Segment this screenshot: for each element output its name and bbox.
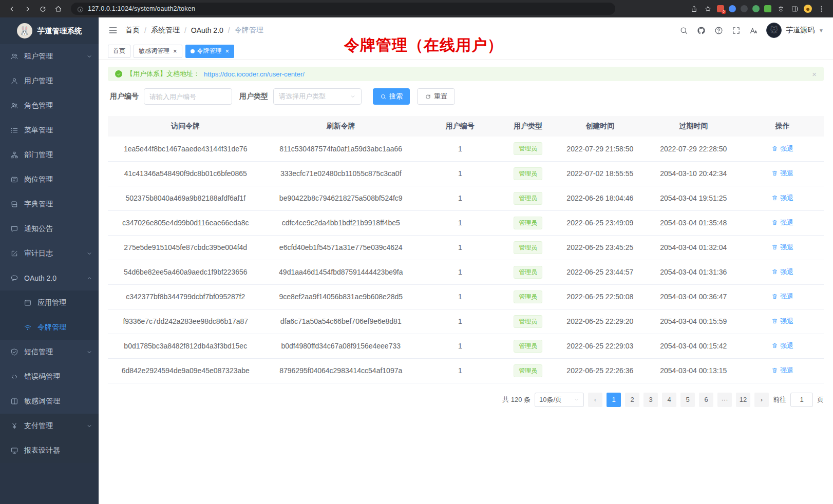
sidebar-item[interactable]: 租户管理 — [0, 44, 99, 69]
sidebar-item[interactable]: 审计日志 — [0, 241, 99, 266]
user-type-cell: 管理员 — [502, 358, 555, 383]
sidebar-item[interactable]: 菜单管理 — [0, 118, 99, 143]
force-logout-button[interactable]: 强退 — [771, 193, 793, 203]
sidebar-item[interactable]: 令牌管理 — [0, 315, 99, 340]
user-id-cell: 1 — [419, 284, 502, 309]
home-icon[interactable] — [51, 2, 65, 15]
expires-cell: 2054-03-04 01:32:04 — [646, 235, 742, 260]
force-logout-button[interactable]: 强退 — [771, 292, 793, 301]
header-tools: 🐭 芋道源码 ▼ — [679, 23, 824, 38]
force-logout-button[interactable]: 强退 — [771, 267, 793, 277]
tab-item[interactable]: 首页 — [108, 45, 130, 58]
tab-item[interactable]: 令牌管理× — [185, 45, 235, 58]
tab-item[interactable]: 敏感词管理× — [134, 45, 182, 58]
split-view-icon[interactable] — [790, 4, 799, 13]
user-id-cell: 1 — [419, 137, 502, 161]
extension-puzzle-icon[interactable] — [764, 5, 771, 12]
close-icon[interactable]: × — [812, 70, 817, 79]
force-logout-label: 强退 — [780, 366, 793, 375]
refresh-token-cell: 8796295f04064c2983414cc54af1097a — [263, 358, 419, 383]
url-text[interactable]: 127.0.0.1:1024/system/oauth2/token — [88, 5, 195, 12]
action-cell: 强退 — [742, 284, 824, 309]
page-button[interactable]: 1 — [607, 393, 621, 407]
sidebar-item[interactable]: 应用管理 — [0, 290, 99, 315]
sidebar-item[interactable]: 部门管理 — [0, 143, 99, 167]
github-icon[interactable] — [696, 26, 706, 35]
sidebar-item[interactable]: 通知公告 — [0, 217, 99, 241]
forward-icon[interactable] — [21, 2, 34, 15]
created-cell: 2022-06-25 22:29:20 — [555, 309, 646, 334]
reload-icon[interactable] — [36, 2, 49, 15]
page-size-select[interactable]: 10条/页 — [535, 393, 584, 407]
sidebar-item[interactable]: 短信管理 — [0, 340, 99, 364]
column-header: 操作 — [742, 116, 824, 137]
search-icon[interactable] — [679, 26, 688, 35]
tab-label: 敏感词管理 — [139, 47, 169, 55]
sidebar-item[interactable]: 敏感词管理 — [0, 389, 99, 414]
force-logout-label: 强退 — [780, 193, 793, 203]
reset-button[interactable]: 重置 — [417, 88, 455, 105]
page-button[interactable]: 12 — [736, 393, 750, 407]
sidebar-item-label: 报表设计器 — [24, 446, 60, 455]
fullscreen-icon[interactable] — [731, 26, 741, 35]
next-page-button[interactable]: › — [754, 393, 769, 407]
app-logo[interactable]: 🐰 芋道管理系统 — [0, 17, 99, 44]
back-icon[interactable] — [5, 2, 18, 15]
page-button[interactable]: 6 — [699, 393, 713, 407]
force-logout-button[interactable]: 强退 — [771, 366, 793, 375]
more-pages-button[interactable]: ··· — [717, 393, 732, 407]
breadcrumb-system[interactable]: 系统管理 — [151, 26, 180, 35]
share-icon[interactable] — [689, 4, 698, 13]
sidebar-item[interactable]: 用户管理 — [0, 69, 99, 93]
help-icon[interactable] — [714, 26, 723, 35]
user-id-input[interactable] — [144, 88, 232, 105]
breadcrumb-home[interactable]: 首页 — [125, 26, 140, 35]
table-row: 1ea5e44f8bc1467aaede43144f31de76 811c530… — [108, 137, 824, 161]
extension-blue-icon[interactable] — [729, 5, 736, 12]
force-logout-button[interactable]: 强退 — [771, 218, 793, 227]
extension-red-icon[interactable]: 0 — [717, 5, 724, 12]
goto-page-input[interactable] — [790, 393, 813, 407]
force-logout-button[interactable]: 强退 — [771, 317, 793, 326]
user-type-badge: 管理员 — [514, 167, 542, 180]
force-logout-label: 强退 — [780, 144, 793, 153]
doc-link[interactable]: https://doc.iocoder.cn/user-center/ — [204, 70, 305, 78]
address-bar[interactable]: 127.0.0.1:1024/system/oauth2/token — [71, 3, 615, 15]
force-logout-button[interactable]: 强退 — [771, 341, 793, 351]
sidebar-item-label: 岗位管理 — [24, 175, 53, 184]
sidebar-item[interactable]: 报表设计器 — [0, 438, 99, 463]
table-row: 54d6be82ee5a460a9aedc1f9bf223656 49d1aa4… — [108, 260, 824, 284]
sidebar-item[interactable]: 角色管理 — [0, 93, 99, 118]
bookmark-star-icon[interactable] — [703, 4, 712, 13]
extension-green-icon[interactable] — [752, 5, 760, 12]
extension-paw-icon[interactable] — [776, 4, 785, 13]
extension-dark-icon[interactable] — [741, 5, 748, 12]
close-icon[interactable]: × — [225, 48, 230, 54]
page-button[interactable]: 2 — [625, 393, 639, 407]
site-info-icon[interactable] — [77, 6, 84, 12]
refresh-token-cell: be90422b8c7946218275a508bf524fc9 — [263, 186, 419, 210]
page-button[interactable]: 5 — [680, 393, 695, 407]
force-logout-button[interactable]: 强退 — [771, 144, 793, 153]
sidebar-item[interactable]: 岗位管理 — [0, 167, 99, 192]
browser-menu-icon[interactable] — [817, 4, 826, 13]
collapse-menu-icon[interactable] — [108, 25, 118, 35]
user-type-select[interactable]: 请选择用户类型 — [273, 88, 362, 105]
close-icon[interactable]: × — [173, 48, 177, 54]
page-button[interactable]: 4 — [662, 393, 676, 407]
sidebar-item[interactable]: 错误码管理 — [0, 364, 99, 389]
column-header: 用户编号 — [419, 116, 502, 137]
breadcrumb-oauth[interactable]: OAuth 2.0 — [191, 26, 223, 34]
sidebar-item[interactable]: OAuth 2.0 — [0, 266, 99, 290]
sidebar-item[interactable]: 支付管理 — [0, 414, 99, 438]
force-logout-button[interactable]: 强退 — [771, 243, 793, 252]
page-button[interactable]: 3 — [643, 393, 658, 407]
search-button[interactable]: 搜索 — [373, 88, 410, 105]
sidebar-item[interactable]: 字典管理 — [0, 192, 99, 217]
user-menu[interactable]: 🐭 芋道源码 ▼ — [766, 23, 824, 38]
filter-bar: 用户编号 用户类型 请选择用户类型 搜索 重置 — [108, 88, 824, 105]
force-logout-button[interactable]: 强退 — [771, 169, 793, 178]
prev-page-button[interactable]: ‹ — [588, 393, 602, 407]
font-size-icon[interactable] — [749, 26, 758, 35]
profile-avatar[interactable]: ☻ — [804, 5, 812, 13]
